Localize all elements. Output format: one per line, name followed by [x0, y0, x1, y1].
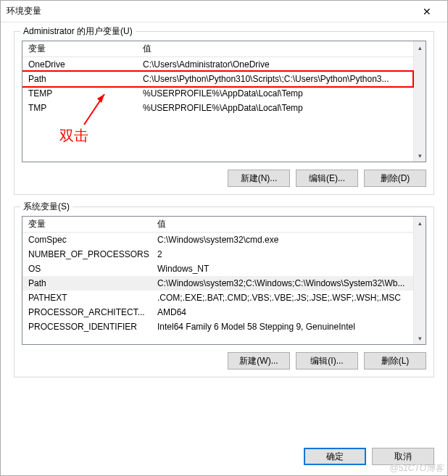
- delete-user-var-button[interactable]: 删除(D): [364, 170, 426, 187]
- new-sys-var-button[interactable]: 新建(W)...: [228, 352, 290, 369]
- col-val-header[interactable]: 值: [137, 43, 413, 55]
- var-value: AMD64: [152, 307, 413, 317]
- var-value: Windows_NT: [152, 264, 413, 274]
- table-row[interactable]: Path C:\Windows\system32;C:\Windows;C:\W…: [22, 276, 413, 291]
- new-user-var-button[interactable]: 新建(N)...: [228, 170, 290, 187]
- table-row[interactable]: OneDrive C:\Users\Administrator\OneDrive: [22, 57, 413, 72]
- col-val-header[interactable]: 值: [152, 218, 413, 230]
- sys-vars-list[interactable]: 变量 值 ComSpec C:\Windows\system32\cmd.exe…: [22, 216, 426, 345]
- table-row[interactable]: PROCESSOR_ARCHITECT... AMD64: [22, 305, 413, 320]
- scroll-up-icon[interactable]: ▴: [414, 217, 426, 229]
- user-buttons: 新建(N)... 编辑(E)... 删除(D): [22, 170, 426, 187]
- sys-buttons: 新建(W)... 编辑(I)... 删除(L): [22, 352, 426, 369]
- var-name: ComSpec: [22, 235, 152, 245]
- scrollbar[interactable]: ▴ ▾: [413, 217, 426, 344]
- table-row[interactable]: NUMBER_OF_PROCESSORS 2: [22, 247, 413, 262]
- user-list-header: 变量 值: [22, 41, 413, 57]
- table-row[interactable]: PROCESSOR_IDENTIFIER Intel64 Family 6 Mo…: [22, 320, 413, 334]
- scroll-down-icon[interactable]: ▾: [414, 149, 426, 162]
- titlebar[interactable]: 环境变量 ✕: [1, 1, 447, 22]
- table-row[interactable]: TEMP %USERPROFILE%\AppData\Local\Temp: [22, 86, 413, 101]
- var-name: Path: [22, 278, 152, 288]
- var-value: %USERPROFILE%\AppData\Local\Temp: [137, 103, 413, 113]
- var-name: PROCESSOR_IDENTIFIER: [22, 322, 152, 332]
- user-vars-list[interactable]: 变量 值 OneDrive C:\Users\Administrator\One…: [22, 41, 426, 162]
- var-name: TEMP: [22, 88, 137, 99]
- var-name: PATHEXT: [22, 293, 152, 303]
- table-row[interactable]: PATHEXT .COM;.EXE;.BAT;.CMD;.VBS;.VBE;.J…: [22, 291, 413, 305]
- table-row[interactable]: Path C:\Users\Python\Python310\Scripts\;…: [22, 72, 413, 86]
- col-var-header[interactable]: 变量: [22, 218, 152, 230]
- table-row[interactable]: ComSpec C:\Windows\system32\cmd.exe: [22, 233, 413, 247]
- scroll-down-icon[interactable]: ▾: [414, 332, 426, 344]
- env-vars-dialog: 环境变量 ✕ Administrator 的用户变量(U) 变量 值 OneDr…: [0, 0, 448, 476]
- watermark: @51CTO博客: [389, 462, 444, 475]
- var-value: %USERPROFILE%\AppData\Local\Temp: [137, 88, 413, 99]
- close-icon[interactable]: ✕: [412, 1, 441, 22]
- table-row[interactable]: OS Windows_NT: [22, 262, 413, 276]
- var-name: OneDrive: [22, 59, 137, 70]
- scrollbar[interactable]: ▴ ▾: [413, 41, 426, 162]
- ok-button[interactable]: 确定: [304, 448, 366, 465]
- col-var-header[interactable]: 变量: [22, 43, 137, 55]
- user-vars-group: Administrator 的用户变量(U) 变量 值 OneDrive C:\…: [14, 31, 434, 195]
- var-name: PROCESSOR_ARCHITECT...: [22, 307, 152, 317]
- var-value: C:\Windows\system32\cmd.exe: [152, 235, 413, 245]
- var-value: .COM;.EXE;.BAT;.CMD;.VBS;.VBE;.JS;.JSE;.…: [152, 293, 413, 303]
- scroll-up-icon[interactable]: ▴: [414, 41, 426, 54]
- dialog-footer: 确定 取消: [1, 442, 447, 475]
- var-name: TMP: [22, 103, 137, 113]
- sys-list-header: 变量 值: [22, 217, 413, 233]
- edit-user-var-button[interactable]: 编辑(E)...: [296, 170, 358, 187]
- dialog-body: Administrator 的用户变量(U) 变量 值 OneDrive C:\…: [1, 22, 447, 442]
- var-value: C:\Users\Python\Python310\Scripts\;C:\Us…: [137, 74, 413, 84]
- edit-sys-var-button[interactable]: 编辑(I)...: [296, 352, 358, 369]
- var-value: Intel64 Family 6 Model 58 Stepping 9, Ge…: [152, 322, 413, 332]
- table-row[interactable]: TMP %USERPROFILE%\AppData\Local\Temp: [22, 101, 413, 115]
- var-value: 2: [152, 249, 413, 259]
- delete-sys-var-button[interactable]: 删除(L): [364, 352, 426, 369]
- sys-vars-group: 系统变量(S) 变量 值 ComSpec C:\Windows\system32…: [14, 206, 434, 377]
- var-value: C:\Users\Administrator\OneDrive: [137, 59, 413, 70]
- sys-list-rows: ComSpec C:\Windows\system32\cmd.exe NUMB…: [22, 233, 413, 334]
- window-title: 环境变量: [7, 5, 412, 17]
- var-name: OS: [22, 264, 152, 274]
- sys-vars-label: 系统变量(S): [20, 201, 72, 213]
- user-vars-label: Administrator 的用户变量(U): [20, 25, 136, 38]
- user-list-rows: OneDrive C:\Users\Administrator\OneDrive…: [22, 57, 413, 115]
- var-name: NUMBER_OF_PROCESSORS: [22, 249, 152, 259]
- var-name: Path: [22, 74, 137, 84]
- var-value: C:\Windows\system32;C:\Windows;C:\Window…: [152, 278, 413, 288]
